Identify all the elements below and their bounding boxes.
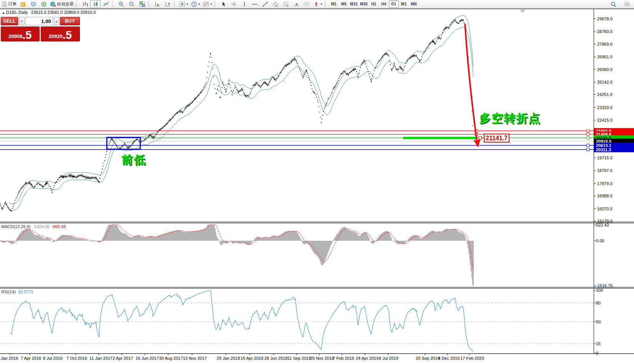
signal-icon — [41, 1, 47, 7]
line-handle[interactable] — [587, 129, 589, 132]
volume-input[interactable] — [25, 17, 53, 25]
zoom-in-button[interactable] — [116, 0, 126, 8]
price-tick-label: 29678.0 — [597, 17, 612, 21]
data-window-button[interactable] — [28, 0, 38, 8]
price-tick-label: 27869.0 — [597, 42, 612, 46]
timeframe-d1[interactable]: D1 — [389, 0, 399, 8]
date-tick-label: 29 Jan 2018 — [217, 356, 240, 361]
horizontal-line-button[interactable] — [250, 0, 260, 8]
line-chart-button[interactable] — [101, 0, 111, 8]
date-tick-label: 13 Nov 2017 — [183, 356, 207, 361]
timeframe-h4[interactable]: H4 — [379, 0, 389, 8]
templates-icon — [203, 1, 209, 7]
volume-decrease-button[interactable]: ▼ — [19, 17, 24, 25]
chart-canvas[interactable]: 29678.028760.027869.026951.026060.025142… — [0, 8, 634, 364]
timeframe-m1[interactable]: M1 — [329, 0, 339, 8]
svg-text:E: E — [276, 5, 278, 7]
price-tick-label: 26951.0 — [597, 55, 612, 59]
timeframe-w1[interactable]: W1 — [399, 0, 409, 8]
timeframe-h1[interactable]: H1 — [369, 0, 379, 8]
support-highlight-bar[interactable] — [403, 137, 476, 139]
buy-button[interactable]: BUY — [60, 17, 80, 25]
periods-button[interactable]: ▼ — [190, 0, 202, 8]
crosshair-button[interactable] — [229, 0, 239, 8]
market-watch-button[interactable] — [18, 0, 28, 8]
sell-price-display[interactable]: 20908.5 — [1, 26, 40, 41]
templates-button[interactable]: ▼ — [202, 0, 214, 8]
price-tag-21141[interactable]: 21141.7 — [484, 134, 510, 142]
timeframe-h1-label: H1 — [371, 2, 376, 6]
channel-button[interactable]: E — [271, 0, 281, 8]
date-tick-label: 7 Oct 2016 — [66, 356, 87, 361]
price-tick-label: 17879.0 — [597, 181, 612, 186]
text-button[interactable]: A — [291, 0, 302, 8]
annotation-previous-low[interactable]: 前低 — [121, 152, 146, 168]
price-tick-label: 22415.0 — [597, 118, 612, 122]
date-tick-label: 11 Sep 2018 — [287, 356, 311, 361]
price-tick-label: 23333.0 — [597, 105, 612, 110]
trading-terminal-window: 订单自动交易▼▼▼EFAT▼M1M5M15M30H1H4D1W1MN 29678… — [0, 0, 634, 364]
date-tick-label: 8 Jul 2016 — [43, 356, 63, 361]
date-tick-label: 4 Dec 2019 — [438, 356, 460, 361]
crosshair-icon — [231, 1, 237, 7]
autotrade-button[interactable]: 自动交易 — [49, 0, 75, 8]
trendline-icon — [262, 1, 268, 7]
price-flag-label: 20311.3 — [596, 147, 611, 152]
timeframe-m5[interactable]: M5 — [339, 0, 349, 8]
chart-symbol-label: DJ30-,Daily — [6, 10, 28, 15]
line-handle[interactable] — [587, 144, 589, 147]
date-tick-label: 2 Apr 2017 — [113, 356, 133, 361]
date-tick-label: 8 Jul 2019 — [379, 356, 398, 361]
price-tick-label: 19715.0 — [597, 156, 612, 160]
buy-price-main: 20920 — [49, 33, 63, 39]
dropdown-caret-icon: ▼ — [210, 3, 212, 5]
bar-chart-button[interactable] — [80, 0, 90, 8]
timeframe-m15[interactable]: M15 — [349, 0, 359, 8]
annotation-turning-point[interactable]: 多空转折点 — [479, 111, 541, 126]
zoom-out-button[interactable] — [126, 0, 137, 8]
signal-button[interactable] — [38, 0, 49, 8]
buy-price-display[interactable]: 20920.5 — [41, 26, 80, 41]
timeframe-m15-label: M15 — [350, 2, 357, 6]
timeframe-m1-label: M1 — [331, 2, 337, 6]
cursor-button[interactable] — [219, 0, 229, 8]
toolbar-group-separator — [325, 1, 327, 7]
chart-shift-button[interactable] — [163, 0, 173, 8]
trendline-button[interactable] — [260, 0, 271, 8]
price-tick-label: 18797.0 — [597, 168, 612, 173]
chat-button[interactable] — [621, 0, 632, 8]
fibonacci-button[interactable]: F — [281, 0, 291, 8]
macd-indicator-label: MACD(12,26,9)-1424.06-965.68 — [1, 224, 66, 229]
macd-tick-label: 522.43 — [596, 223, 609, 227]
sell-button[interactable]: SELL — [1, 17, 18, 25]
date-tick-label: Jan 2016 — [1, 356, 18, 361]
line-handle[interactable] — [587, 148, 589, 151]
search-button[interactable] — [608, 0, 618, 8]
toolbar-group-separator — [112, 1, 115, 7]
main-toolbar: 订单自动交易▼▼▼EFAT▼M1M5M15M30H1H4D1W1MN — [0, 0, 634, 8]
arrows-button[interactable]: ▼ — [312, 0, 324, 8]
indicators-button[interactable]: ▼ — [178, 0, 190, 8]
timeframe-h4-label: H4 — [381, 2, 386, 6]
rsi-tick-label: 80 — [596, 301, 601, 305]
auto-scroll-button[interactable] — [152, 0, 163, 8]
line-handle[interactable] — [587, 133, 589, 136]
vertical-line-button[interactable] — [239, 0, 250, 8]
timeframe-m30[interactable]: M30 — [359, 0, 369, 8]
line-handle[interactable] — [587, 137, 589, 139]
candlestick-chart-button[interactable] — [90, 0, 101, 8]
timeframe-mn[interactable]: MN — [409, 0, 419, 8]
price-tick-label: 16988.0 — [597, 194, 612, 198]
date-tick-label: 25 Nov 2018 — [310, 356, 334, 361]
tile-icon — [139, 1, 145, 7]
bars-icon — [82, 1, 88, 7]
chart-title: ▲DJ30-,Daily23515.0 23581.0 20869.0 2091… — [2, 10, 96, 15]
shapes-icon — [313, 1, 319, 7]
price-tag-anchor[interactable] — [479, 137, 481, 139]
date-tick-label: 7 Feb 2019 — [333, 356, 354, 361]
new-order-button[interactable]: 订单 — [0, 0, 18, 8]
volume-increase-button[interactable]: ▲ — [54, 17, 59, 25]
tile-windows-button[interactable] — [137, 0, 147, 8]
text-label-button[interactable]: T — [302, 0, 312, 8]
textA-icon: A — [293, 1, 299, 7]
